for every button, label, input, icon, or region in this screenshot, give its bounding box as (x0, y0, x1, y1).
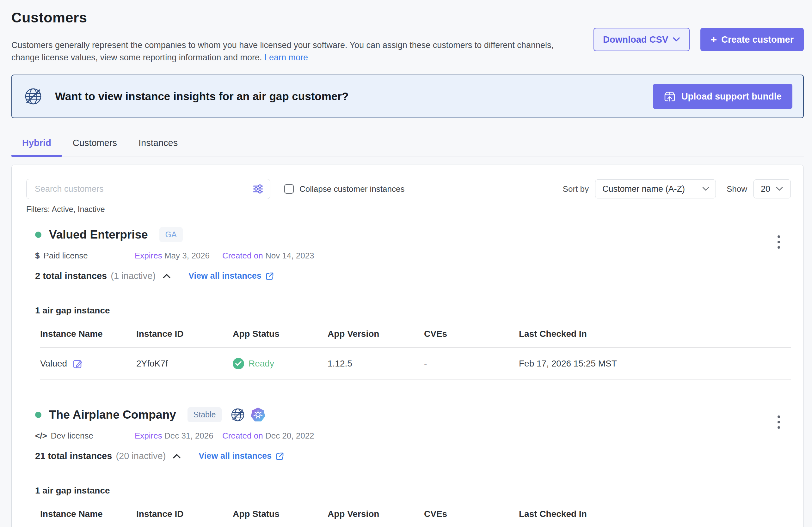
instances-table: Instance Name Instance ID App Status App… (40, 329, 791, 380)
upload-support-bundle-label: Upload support bundle (681, 91, 782, 102)
created-on-label: Created on (222, 251, 263, 260)
checkbox-box-icon[interactable] (284, 184, 294, 194)
download-csv-button[interactable]: Download CSV (594, 28, 690, 51)
cves-value: - (424, 359, 519, 369)
view-all-instances-label: View all instances (188, 271, 261, 281)
paid-license-icon: $ (35, 251, 40, 261)
show-select[interactable]: 20 (754, 179, 791, 198)
tab-customers[interactable]: Customers (62, 133, 128, 156)
view-all-instances-label: View all instances (199, 451, 272, 461)
instance-id: 2YfoK7f (136, 359, 233, 369)
col-instance-id: Instance ID (136, 329, 233, 339)
download-csv-label: Download CSV (603, 34, 668, 45)
filters-note: Filters: Active, Inactive (26, 205, 791, 214)
upload-icon (664, 90, 676, 102)
collapse-chevron-up-icon[interactable] (161, 272, 172, 280)
filter-sliders-icon[interactable] (253, 184, 263, 194)
created-on-label: Created on (222, 431, 263, 440)
col-app-version: App Version (328, 329, 424, 339)
search-wrap (26, 179, 270, 199)
plus-icon: + (710, 34, 717, 45)
page-header: Customers Customers generally represent … (11, 10, 804, 64)
created-on-value: Dec 20, 2022 (265, 431, 314, 440)
kebab-menu-icon[interactable] (775, 233, 783, 251)
banner-title: Want to view instance insights for an ai… (55, 90, 348, 103)
customer-name[interactable]: Valued Enterprise (49, 228, 148, 241)
customer-section-airplane-company: The Airplane Company Stable (26, 394, 791, 527)
created-on: Created on Dec 20, 2022 (222, 431, 314, 441)
customers-card: Collapse customer instances Sort by Cust… (11, 165, 804, 527)
table-header-row: Instance Name Instance ID App Status App… (40, 329, 791, 348)
airgap-banner: Want to view instance insights for an ai… (11, 75, 804, 118)
expires: Expires May 3, 2026 (135, 251, 222, 261)
header-actions: Download CSV + Create customer (594, 28, 804, 51)
upload-support-bundle-button[interactable]: Upload support bundle (653, 84, 793, 109)
view-all-instances-link[interactable]: View all instances (188, 271, 274, 281)
ready-check-icon (233, 358, 244, 369)
customer-section-valued-enterprise: Valued Enterprise GA $ Paid license Expi… (26, 214, 791, 380)
collapse-instances-label: Collapse customer instances (300, 184, 404, 194)
external-link-icon (275, 452, 284, 461)
chevron-down-icon (702, 187, 709, 191)
collapse-instances-checkbox[interactable]: Collapse customer instances (284, 184, 404, 194)
license-type: </> Dev license (35, 431, 135, 441)
created-on-value: Nov 14, 2023 (265, 251, 314, 260)
col-cves: CVEs (424, 329, 519, 339)
expires-value: May 3, 2026 (164, 251, 209, 260)
total-instances: 2 total instances (35, 271, 107, 281)
toolbar: Collapse customer instances Sort by Cust… (26, 179, 791, 199)
customer-name[interactable]: The Airplane Company (49, 408, 176, 421)
app-version: 1.12.5 (328, 359, 424, 369)
col-app-status: App Status (233, 329, 328, 339)
table-row: Valued 2YfoK7f Ready (40, 348, 791, 380)
airgap-globe-icon (231, 408, 245, 422)
edit-icon[interactable] (73, 359, 83, 369)
create-customer-button[interactable]: + Create customer (700, 28, 804, 51)
show-select-value: 20 (761, 184, 770, 194)
kubernetes-icon (251, 408, 265, 422)
page-description: Customers generally represent the compan… (11, 39, 568, 64)
col-instance-name: Instance Name (40, 509, 136, 519)
view-all-instances-link[interactable]: View all instances (199, 451, 284, 461)
external-link-icon (265, 272, 274, 281)
tab-hybrid[interactable]: Hybrid (11, 133, 62, 156)
app-status: Ready (248, 359, 274, 369)
total-instances: 21 total instances (35, 451, 112, 461)
col-instance-id: Instance ID (136, 509, 233, 519)
created-on: Created on Nov 14, 2023 (222, 251, 314, 261)
collapse-chevron-up-icon[interactable] (171, 452, 182, 460)
expires: Expires Dec 31, 2026 (135, 431, 222, 441)
customers-page: Customers Customers generally represent … (0, 0, 812, 527)
active-status-dot (35, 231, 41, 238)
search-input[interactable] (26, 179, 270, 199)
col-instance-name: Instance Name (40, 329, 136, 339)
kebab-menu-icon[interactable] (775, 413, 783, 431)
page-title: Customers (11, 10, 804, 26)
airgap-globe-icon (24, 87, 42, 106)
inactive-count: (1 inactive) (111, 271, 156, 281)
license-type-label: Paid license (43, 251, 88, 261)
show-label: Show (727, 184, 747, 194)
airgap-count: 1 air gap instance (35, 486, 791, 496)
sort-select[interactable]: Customer name (A-Z) (595, 179, 716, 198)
tab-instances[interactable]: Instances (128, 133, 188, 156)
col-app-status: App Status (233, 509, 328, 519)
expires-label: Expires (135, 251, 162, 260)
expires-value: Dec 31, 2026 (164, 431, 214, 440)
dev-license-icon: </> (35, 431, 47, 441)
expires-label: Expires (135, 431, 162, 440)
last-checked-in: Feb 17, 2026 15:25 MST (519, 359, 791, 369)
inactive-count: (20 inactive) (116, 451, 166, 461)
learn-more-link[interactable]: Learn more (264, 53, 308, 62)
instances-table: Instance Name Instance ID App Status App… (40, 509, 791, 527)
instance-name: Valued (40, 359, 67, 369)
col-last-checked-in: Last Checked In (519, 329, 791, 339)
create-customer-label: Create customer (721, 34, 794, 45)
table-header-row: Instance Name Instance ID App Status App… (40, 509, 791, 527)
tab-bar: Hybrid Customers Instances (11, 133, 804, 156)
license-type-label: Dev license (51, 431, 93, 441)
sort-by-label: Sort by (563, 184, 589, 194)
sort-select-value: Customer name (A-Z) (603, 184, 697, 194)
airgap-count: 1 air gap instance (35, 305, 791, 316)
col-app-version: App Version (328, 509, 424, 519)
